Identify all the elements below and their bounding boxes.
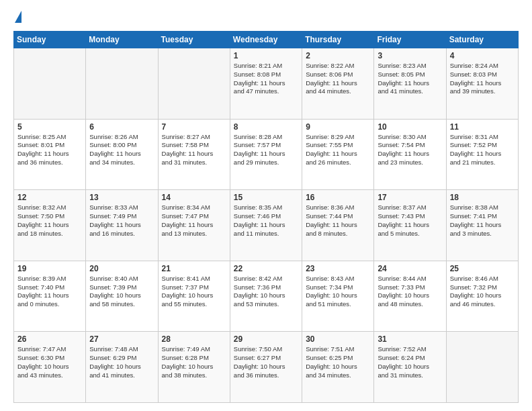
day-number: 29 bbox=[234, 334, 298, 344]
day-info: Sunrise: 8:36 AM Sunset: 7:44 PM Dayligh… bbox=[306, 203, 370, 238]
weekday-header-tuesday: Tuesday bbox=[158, 32, 230, 48]
day-number: 24 bbox=[378, 264, 442, 273]
day-number: 20 bbox=[89, 264, 154, 273]
day-number: 31 bbox=[378, 334, 442, 344]
calendar-cell: 25Sunrise: 8:46 AM Sunset: 7:32 PM Dayli… bbox=[446, 261, 518, 332]
day-number: 6 bbox=[89, 122, 154, 132]
day-info: Sunrise: 8:22 AM Sunset: 8:06 PM Dayligh… bbox=[306, 62, 370, 96]
page: SundayMondayTuesdayWednesdayThursdayFrid… bbox=[0, 0, 532, 411]
calendar-cell: 11Sunrise: 8:31 AM Sunset: 7:52 PM Dayli… bbox=[446, 119, 518, 190]
day-info: Sunrise: 8:46 AM Sunset: 7:32 PM Dayligh… bbox=[450, 275, 515, 309]
calendar-cell: 12Sunrise: 8:32 AM Sunset: 7:50 PM Dayli… bbox=[14, 190, 86, 261]
day-number: 12 bbox=[17, 193, 82, 202]
day-number: 15 bbox=[234, 193, 298, 202]
calendar-cell: 5Sunrise: 8:25 AM Sunset: 8:01 PM Daylig… bbox=[14, 119, 86, 190]
weekday-header-wednesday: Wednesday bbox=[230, 32, 302, 48]
weekday-header-row: SundayMondayTuesdayWednesdayThursdayFrid… bbox=[14, 32, 519, 48]
day-number: 18 bbox=[450, 193, 515, 202]
day-info: Sunrise: 8:31 AM Sunset: 7:52 PM Dayligh… bbox=[450, 133, 515, 167]
calendar-cell: 16Sunrise: 8:36 AM Sunset: 7:44 PM Dayli… bbox=[302, 190, 374, 261]
calendar-cell: 19Sunrise: 8:39 AM Sunset: 7:40 PM Dayli… bbox=[14, 261, 86, 332]
calendar-cell: 18Sunrise: 8:38 AM Sunset: 7:41 PM Dayli… bbox=[446, 190, 518, 261]
calendar-cell: 13Sunrise: 8:33 AM Sunset: 7:49 PM Dayli… bbox=[86, 190, 158, 261]
day-info: Sunrise: 8:27 AM Sunset: 7:58 PM Dayligh… bbox=[162, 133, 226, 167]
week-row-3: 19Sunrise: 8:39 AM Sunset: 7:40 PM Dayli… bbox=[14, 261, 519, 332]
day-number: 16 bbox=[306, 193, 370, 202]
day-info: Sunrise: 8:44 AM Sunset: 7:33 PM Dayligh… bbox=[378, 275, 442, 309]
day-info: Sunrise: 7:47 AM Sunset: 6:30 PM Dayligh… bbox=[17, 345, 82, 379]
calendar-cell: 17Sunrise: 8:37 AM Sunset: 7:43 PM Dayli… bbox=[374, 190, 446, 261]
day-number: 3 bbox=[378, 51, 442, 60]
calendar-cell: 20Sunrise: 8:40 AM Sunset: 7:39 PM Dayli… bbox=[86, 261, 158, 332]
week-row-2: 12Sunrise: 8:32 AM Sunset: 7:50 PM Dayli… bbox=[14, 190, 519, 261]
day-info: Sunrise: 8:40 AM Sunset: 7:39 PM Dayligh… bbox=[89, 275, 154, 309]
day-number: 19 bbox=[17, 264, 82, 273]
day-number: 11 bbox=[450, 122, 515, 132]
day-info: Sunrise: 8:37 AM Sunset: 7:43 PM Dayligh… bbox=[378, 203, 442, 238]
day-info: Sunrise: 8:26 AM Sunset: 8:00 PM Dayligh… bbox=[89, 133, 154, 167]
day-info: Sunrise: 7:52 AM Sunset: 6:24 PM Dayligh… bbox=[378, 345, 442, 379]
day-info: Sunrise: 8:24 AM Sunset: 8:03 PM Dayligh… bbox=[450, 62, 515, 96]
day-info: Sunrise: 8:30 AM Sunset: 7:54 PM Dayligh… bbox=[378, 133, 442, 167]
day-number: 21 bbox=[162, 264, 226, 273]
calendar-table: SundayMondayTuesdayWednesdayThursdayFrid… bbox=[13, 31, 519, 403]
calendar-cell: 2Sunrise: 8:22 AM Sunset: 8:06 PM Daylig… bbox=[302, 48, 374, 120]
day-info: Sunrise: 8:41 AM Sunset: 7:37 PM Dayligh… bbox=[162, 275, 226, 309]
calendar-cell: 4Sunrise: 8:24 AM Sunset: 8:03 PM Daylig… bbox=[446, 48, 518, 120]
weekday-header-friday: Friday bbox=[374, 32, 446, 48]
day-number: 13 bbox=[89, 193, 154, 202]
day-info: Sunrise: 7:49 AM Sunset: 6:28 PM Dayligh… bbox=[162, 345, 226, 379]
calendar-cell: 3Sunrise: 8:23 AM Sunset: 8:05 PM Daylig… bbox=[374, 48, 446, 120]
calendar-cell: 15Sunrise: 8:35 AM Sunset: 7:46 PM Dayli… bbox=[230, 190, 302, 261]
weekday-header-monday: Monday bbox=[86, 32, 158, 48]
calendar-cell: 9Sunrise: 8:29 AM Sunset: 7:55 PM Daylig… bbox=[302, 119, 374, 190]
day-number: 9 bbox=[306, 122, 370, 132]
weekday-header-thursday: Thursday bbox=[302, 32, 374, 48]
calendar-cell: 26Sunrise: 7:47 AM Sunset: 6:30 PM Dayli… bbox=[14, 332, 86, 403]
calendar-cell: 1Sunrise: 8:21 AM Sunset: 8:08 PM Daylig… bbox=[230, 48, 302, 120]
day-number: 4 bbox=[450, 51, 515, 60]
day-info: Sunrise: 8:29 AM Sunset: 7:55 PM Dayligh… bbox=[306, 133, 370, 167]
week-row-4: 26Sunrise: 7:47 AM Sunset: 6:30 PM Dayli… bbox=[14, 332, 519, 403]
calendar-cell: 24Sunrise: 8:44 AM Sunset: 7:33 PM Dayli… bbox=[374, 261, 446, 332]
day-number: 27 bbox=[89, 334, 154, 344]
day-number: 28 bbox=[162, 334, 226, 344]
day-number: 5 bbox=[17, 122, 82, 132]
calendar-cell: 31Sunrise: 7:52 AM Sunset: 6:24 PM Dayli… bbox=[374, 332, 446, 403]
weekday-header-sunday: Sunday bbox=[14, 32, 86, 48]
week-row-0: 1Sunrise: 8:21 AM Sunset: 8:08 PM Daylig… bbox=[14, 48, 519, 120]
day-number: 7 bbox=[162, 122, 226, 132]
day-number: 25 bbox=[450, 264, 515, 273]
weekday-header-saturday: Saturday bbox=[446, 32, 518, 48]
day-number: 8 bbox=[234, 122, 298, 132]
day-number: 1 bbox=[234, 51, 298, 60]
calendar-cell: 28Sunrise: 7:49 AM Sunset: 6:28 PM Dayli… bbox=[158, 332, 230, 403]
day-info: Sunrise: 8:25 AM Sunset: 8:01 PM Dayligh… bbox=[17, 133, 82, 167]
day-number: 14 bbox=[162, 193, 226, 202]
day-info: Sunrise: 8:35 AM Sunset: 7:46 PM Dayligh… bbox=[234, 203, 298, 238]
day-number: 2 bbox=[306, 51, 370, 60]
day-number: 23 bbox=[306, 264, 370, 273]
logo bbox=[13, 11, 21, 24]
day-info: Sunrise: 8:23 AM Sunset: 8:05 PM Dayligh… bbox=[378, 62, 442, 96]
calendar-cell: 27Sunrise: 7:48 AM Sunset: 6:29 PM Dayli… bbox=[86, 332, 158, 403]
day-info: Sunrise: 8:42 AM Sunset: 7:36 PM Dayligh… bbox=[234, 275, 298, 309]
calendar-cell bbox=[86, 48, 158, 120]
day-number: 17 bbox=[378, 193, 442, 202]
day-number: 26 bbox=[17, 334, 82, 344]
day-info: Sunrise: 8:33 AM Sunset: 7:49 PM Dayligh… bbox=[89, 203, 154, 238]
calendar-cell: 23Sunrise: 8:43 AM Sunset: 7:34 PM Dayli… bbox=[302, 261, 374, 332]
day-info: Sunrise: 8:28 AM Sunset: 7:57 PM Dayligh… bbox=[234, 133, 298, 167]
calendar-cell: 7Sunrise: 8:27 AM Sunset: 7:58 PM Daylig… bbox=[158, 119, 230, 190]
calendar-cell: 14Sunrise: 8:34 AM Sunset: 7:47 PM Dayli… bbox=[158, 190, 230, 261]
logo-triangle-icon bbox=[15, 11, 21, 23]
header bbox=[13, 11, 519, 24]
calendar-cell: 8Sunrise: 8:28 AM Sunset: 7:57 PM Daylig… bbox=[230, 119, 302, 190]
calendar-cell bbox=[446, 332, 518, 403]
day-info: Sunrise: 8:39 AM Sunset: 7:40 PM Dayligh… bbox=[17, 275, 82, 309]
day-info: Sunrise: 8:21 AM Sunset: 8:08 PM Dayligh… bbox=[234, 62, 298, 96]
day-number: 30 bbox=[306, 334, 370, 344]
day-info: Sunrise: 8:34 AM Sunset: 7:47 PM Dayligh… bbox=[162, 203, 226, 238]
calendar-cell bbox=[158, 48, 230, 120]
calendar-cell: 30Sunrise: 7:51 AM Sunset: 6:25 PM Dayli… bbox=[302, 332, 374, 403]
